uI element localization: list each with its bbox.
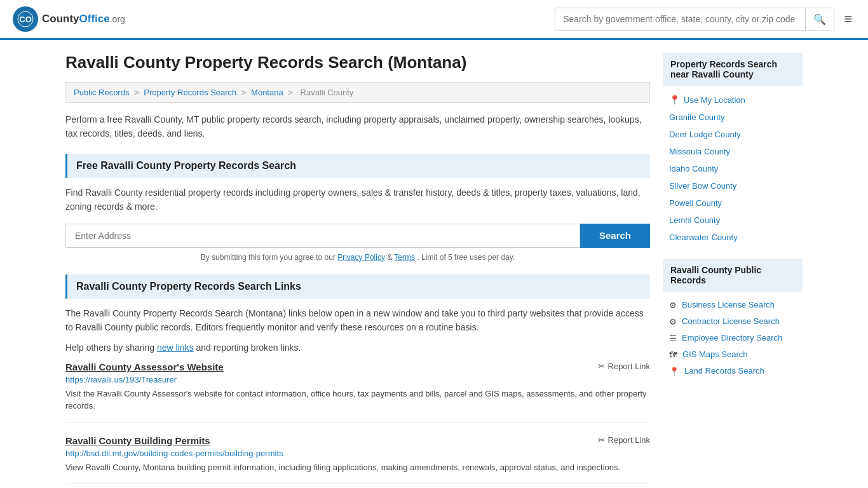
- gear-icon-1: ⚙: [669, 301, 677, 310]
- link-url-1[interactable]: https://ravalli.us/193/Treasurer: [65, 375, 650, 384]
- sidebar-employee-directory: ☰ Employee Directory Search: [663, 330, 803, 346]
- address-input[interactable]: [65, 224, 580, 248]
- use-location-label: Use My Location: [684, 95, 745, 105]
- address-search-row: Search: [65, 224, 650, 248]
- report-link-btn-2[interactable]: ✂ Report Link: [598, 435, 650, 445]
- link-title-1[interactable]: Ravalli County Assessor's Website: [65, 362, 224, 372]
- logo-area: CO CountyOffice.org: [13, 6, 125, 32]
- sidebar-county-2[interactable]: Missoula County: [663, 143, 803, 160]
- disclaimer-text: By submitting this form you agree to our: [201, 253, 336, 262]
- link-item-2: Ravalli County Building Permits ✂ Report…: [65, 435, 650, 484]
- links-intro: The Ravalli County Property Records Sear…: [65, 306, 650, 335]
- breadcrumb: Public Records > Property Records Search…: [65, 82, 650, 103]
- breadcrumb-sep-1: >: [134, 88, 141, 97]
- svg-text:CO: CO: [19, 15, 32, 24]
- link-url-2[interactable]: http://bsd.dli.mt.gov/building-codes-per…: [65, 449, 650, 458]
- breadcrumb-sep-3: >: [288, 88, 295, 97]
- header-search-bar: 🔍: [555, 8, 834, 31]
- link-desc-1: Visit the Ravalli County Assessor's webs…: [65, 388, 650, 412]
- gear-icon-2: ⚙: [669, 317, 677, 327]
- sidebar-contractor-license: ⚙ Contractor License Search: [663, 313, 803, 330]
- page-title: Ravalli County Property Records Search (…: [65, 53, 650, 72]
- links-section: Ravalli County Assessor's Website ✂ Repo…: [65, 362, 650, 484]
- use-location[interactable]: 📍 Use My Location: [663, 91, 803, 109]
- share-text: Help others by sharing new links and rep…: [65, 341, 650, 355]
- hamburger-menu[interactable]: ≡: [841, 8, 855, 30]
- address-search-button[interactable]: Search: [580, 224, 650, 248]
- public-records-title: Ravalli County Public Records: [663, 259, 803, 292]
- search-icon: 🔍: [813, 14, 826, 25]
- report-label-2: Report Link: [608, 435, 650, 445]
- free-search-description: Find Ravalli County residential property…: [65, 186, 650, 214]
- link-item: Ravalli County Assessor's Website ✂ Repo…: [65, 362, 650, 423]
- sidebar-business-license: ⚙ Business License Search: [663, 297, 803, 313]
- sidebar-county-7[interactable]: Clearwater County: [663, 229, 803, 246]
- list-icon: ☰: [669, 334, 677, 343]
- menu-icon: ≡: [844, 11, 852, 27]
- sidebar-county-5[interactable]: Powell County: [663, 194, 803, 212]
- privacy-policy-link[interactable]: Privacy Policy: [337, 253, 385, 262]
- breadcrumb-current: Ravalli County: [301, 88, 354, 97]
- form-disclaimer: By submitting this form you agree to our…: [65, 253, 650, 262]
- gis-maps-link[interactable]: GIS Maps Search: [682, 349, 748, 359]
- sidebar-county-1[interactable]: Deer Lodge County: [663, 126, 803, 143]
- new-links-link[interactable]: new links: [157, 342, 194, 353]
- sidebar-land-records: 📍 Land Records Search: [663, 363, 803, 379]
- links-section-heading: Ravalli County Property Records Search L…: [65, 274, 650, 299]
- report-link-btn-1[interactable]: ✂ Report Link: [598, 362, 650, 371]
- sidebar-gis-maps: 🗺 GIS Maps Search: [663, 346, 803, 363]
- public-records-section: Ravalli County Public Records ⚙ Business…: [663, 259, 803, 379]
- sidebar: Property Records Search near Ravalli Cou…: [663, 53, 803, 488]
- share-suffix-text: and reporting broken links.: [196, 342, 301, 353]
- location-pin-icon: 📍: [669, 95, 680, 105]
- breadcrumb-sep-2: >: [241, 88, 248, 97]
- sidebar-county-4[interactable]: Silver Bow County: [663, 177, 803, 194]
- report-icon-1: ✂: [598, 362, 605, 371]
- business-license-link[interactable]: Business License Search: [682, 300, 775, 309]
- breadcrumb-property-records[interactable]: Property Records Search: [144, 88, 236, 97]
- link-item-header-1: Ravalli County Assessor's Website ✂ Repo…: [65, 362, 650, 372]
- header: CO CountyOffice.org 🔍 ≡: [0, 0, 868, 40]
- link-desc-2: View Ravalli County, Montana building pe…: [65, 461, 650, 474]
- header-right: 🔍 ≡: [555, 8, 855, 31]
- free-search-heading: Free Ravalli County Property Records Sea…: [65, 154, 650, 178]
- contractor-license-link[interactable]: Contractor License Search: [682, 316, 780, 326]
- breadcrumb-public-records[interactable]: Public Records: [74, 88, 129, 97]
- header-search-input[interactable]: [555, 9, 805, 29]
- breadcrumb-montana[interactable]: Montana: [251, 88, 283, 97]
- header-search-button[interactable]: 🔍: [805, 8, 834, 30]
- map-icon: 🗺: [669, 350, 677, 360]
- main-container: Ravalli County Property Records Search (…: [53, 40, 815, 488]
- employee-directory-link[interactable]: Employee Directory Search: [682, 333, 782, 342]
- sidebar-county-0[interactable]: Granite County: [663, 109, 803, 126]
- link-title-2[interactable]: Ravalli County Building Permits: [65, 435, 210, 446]
- report-icon-2: ✂: [598, 435, 605, 445]
- logo-icon: CO: [13, 6, 38, 32]
- nearby-title: Property Records Search near Ravalli Cou…: [663, 53, 803, 86]
- page-description: Perform a free Ravalli County, MT public…: [65, 112, 650, 141]
- help-text: Help others by sharing: [65, 342, 154, 353]
- pin-icon: 📍: [669, 367, 679, 376]
- disclaimer-and: &: [387, 253, 394, 262]
- sidebar-county-6[interactable]: Lemhi County: [663, 212, 803, 229]
- land-records-link[interactable]: Land Records Search: [684, 366, 764, 376]
- report-label-1: Report Link: [608, 362, 650, 371]
- logo-text: CountyOffice.org: [42, 13, 125, 25]
- content-area: Ravalli County Property Records Search (…: [65, 53, 650, 488]
- link-item-header-2: Ravalli County Building Permits ✂ Report…: [65, 435, 650, 446]
- terms-link[interactable]: Terms: [394, 253, 415, 262]
- sidebar-county-3[interactable]: Idaho County: [663, 160, 803, 177]
- nearby-section: Property Records Search near Ravalli Cou…: [663, 53, 803, 246]
- disclaimer-suffix: . Limit of 5 free uses per day.: [417, 253, 515, 262]
